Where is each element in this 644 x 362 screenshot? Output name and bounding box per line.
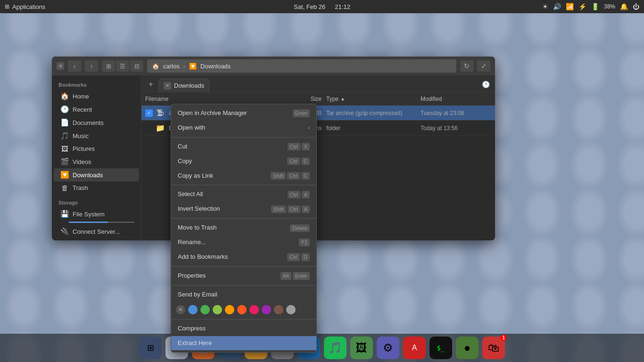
ctx-open-with[interactable]: Open with ›: [171, 121, 316, 135]
ctx-copy-shortcut: CtrlC: [287, 157, 310, 165]
color-dot-gray[interactable]: [286, 305, 296, 314]
sidebar-item-pictures[interactable]: 🖼 Pictures: [54, 142, 139, 155]
color-dot-pink[interactable]: [249, 305, 259, 314]
ctx-move-to-trash[interactable]: Move to Trash Delete: [171, 221, 316, 235]
ctx-extract-here[interactable]: Extract Here: [171, 336, 316, 351]
close-button[interactable]: ✕: [57, 62, 64, 70]
dock-store[interactable]: 🛍 1: [482, 337, 505, 359]
sidebar-item-connect[interactable]: 🔌 Connect Server...: [54, 225, 139, 238]
ctx-invert-selection[interactable]: Invert Selection ShiftCtrlA: [171, 202, 316, 216]
forward-button[interactable]: ›: [85, 60, 98, 72]
sidebar: Bookmarks 🏠 Home 🕐 Recent 📄 Documents 🎵 …: [52, 75, 141, 240]
path-folder-label[interactable]: Downloads: [200, 63, 231, 70]
downloads-tab[interactable]: ✕ Downloads: [158, 79, 209, 92]
color-dot-purple[interactable]: [262, 305, 271, 314]
compact-view-button[interactable]: ⊟: [130, 60, 143, 72]
topbar-time: 21:12: [335, 3, 350, 10]
ctx-add-bookmarks[interactable]: Add to Bookmarks CtrlD: [171, 250, 316, 264]
grid-view-button[interactable]: ⊞: [102, 60, 115, 72]
back-button[interactable]: ‹: [68, 60, 81, 72]
color-dot-green[interactable]: [200, 305, 210, 314]
dock-workspaces[interactable]: ⊞: [139, 337, 162, 359]
ctx-move-to-trash-shortcut: Delete: [290, 224, 310, 232]
ctx-colors-row: ✕: [171, 302, 316, 317]
sidebar-filesystem-label: File System: [73, 211, 105, 218]
file-modified: Today at 13:56: [416, 125, 491, 132]
ctx-select-all[interactable]: Select All CtrlA: [171, 187, 316, 202]
add-tab-button[interactable]: +: [145, 79, 157, 90]
bluetooth-icon[interactable]: ⚡: [578, 3, 586, 10]
sidebar-item-music[interactable]: 🎵 Music: [54, 129, 139, 142]
path-home-label[interactable]: carlos: [163, 63, 180, 70]
col-filename-header[interactable]: Filename: [145, 96, 284, 102]
ctx-move-to-trash-label: Move to Trash: [178, 224, 290, 232]
volume-icon[interactable]: 🔊: [553, 3, 561, 10]
color-dot-lime[interactable]: [213, 305, 222, 314]
ctx-copy[interactable]: Copy CtrlC: [171, 154, 316, 169]
ctx-rename-shortcut: F2: [299, 239, 310, 246]
ctx-properties-label: Properties: [178, 272, 281, 280]
color-dot-brown[interactable]: [274, 305, 283, 314]
sidebar-item-home[interactable]: 🏠 Home: [54, 90, 139, 103]
ctx-open-archive[interactable]: Open in Archive Manager Enter: [171, 106, 316, 121]
apps-label[interactable]: Applications: [12, 3, 45, 10]
color-dot-red-orange[interactable]: [237, 305, 247, 314]
color-dot-blue[interactable]: [188, 305, 198, 314]
ctx-send-by-email[interactable]: Send by Email: [171, 288, 316, 302]
dock-spotify[interactable]: 🎵: [324, 337, 347, 359]
filesystem-icon: 💾: [60, 210, 69, 218]
ctx-open-archive-shortcut: Enter: [293, 109, 310, 117]
dock-toggle[interactable]: ⚙: [377, 337, 399, 359]
ctx-cut[interactable]: Cut CtrlX: [171, 140, 316, 154]
home-icon: 🏠: [60, 92, 69, 100]
path-bar[interactable]: 🏠 carlos › 🔽 Downloads: [147, 59, 456, 73]
col-size-header[interactable]: Size: [284, 96, 322, 102]
path-downloads-icon: 🔽: [189, 63, 197, 70]
dock: ⊞ 🗂 🦊 ✦ 📧 ⌨️ 🎼 🎵 🖼 ⚙ A $_ ● 🛍 1: [0, 334, 644, 362]
sidebar-item-filesystem[interactable]: 💾 File System: [54, 207, 139, 221]
dock-terminal[interactable]: $_: [429, 337, 452, 359]
dock-indicator[interactable]: ●: [456, 337, 479, 359]
sidebar-item-recent[interactable]: 🕐 Recent: [54, 103, 139, 116]
apps-menu[interactable]: ⊞: [5, 3, 9, 10]
dock-gallery[interactable]: 🖼: [350, 337, 373, 359]
ctx-properties[interactable]: Properties AltEnter: [171, 269, 316, 283]
maximize-button[interactable]: ⤢: [477, 60, 490, 72]
ctx-copy-as-link-shortcut: ShiftCtrlC: [271, 172, 310, 180]
tab-close-button[interactable]: ✕: [164, 82, 171, 90]
ctx-separator-3: [171, 218, 316, 219]
ctx-invert-selection-label: Invert Selection: [178, 205, 271, 213]
folder-icon: 📁: [155, 123, 166, 134]
refresh-button[interactable]: ↻: [460, 60, 473, 72]
tab-label: Downloads: [174, 82, 204, 89]
ctx-compress-label: Compress: [178, 325, 310, 333]
sun-icon[interactable]: ☀: [542, 3, 548, 10]
col-type-header[interactable]: Type ▲: [322, 96, 416, 102]
ctx-cut-label: Cut: [178, 143, 288, 151]
ctx-separator-5: [171, 285, 316, 286]
wifi-icon[interactable]: 📶: [566, 3, 574, 10]
sidebar-trash-label: Trash: [73, 184, 88, 191]
sidebar-documents-label: Documents: [73, 119, 104, 126]
recent-icon: 🕐: [60, 105, 69, 114]
color-clear-button[interactable]: ✕: [176, 305, 185, 314]
sidebar-item-documents[interactable]: 📄 Documents: [54, 116, 139, 129]
color-dot-orange[interactable]: [225, 305, 234, 314]
file-checkbox[interactable]: ✓: [145, 109, 153, 117]
col-modified-header[interactable]: Modified: [416, 96, 491, 102]
notification-icon[interactable]: 🔔: [620, 3, 628, 10]
ctx-rename[interactable]: Rename... F2: [171, 235, 316, 250]
ctx-open-archive-label: Open in Archive Manager: [178, 109, 293, 117]
connect-icon: 🔌: [60, 227, 69, 236]
sidebar-item-videos[interactable]: 🎬 Videos: [54, 155, 139, 168]
power-icon[interactable]: ⏻: [633, 3, 639, 10]
ctx-separator-6: [171, 319, 316, 320]
ctx-copy-as-link[interactable]: Copy as Link ShiftCtrlC: [171, 169, 316, 183]
tab-history-button[interactable]: 🕐: [480, 79, 491, 90]
sidebar-item-trash[interactable]: 🗑 Trash: [54, 181, 139, 194]
ctx-compress[interactable]: Compress: [171, 321, 316, 336]
sidebar-item-downloads[interactable]: 🔽 Downloads: [54, 168, 139, 181]
list-view-button[interactable]: ☰: [116, 60, 129, 72]
ctx-copy-label: Copy: [178, 157, 287, 165]
dock-anki[interactable]: A: [403, 337, 426, 359]
